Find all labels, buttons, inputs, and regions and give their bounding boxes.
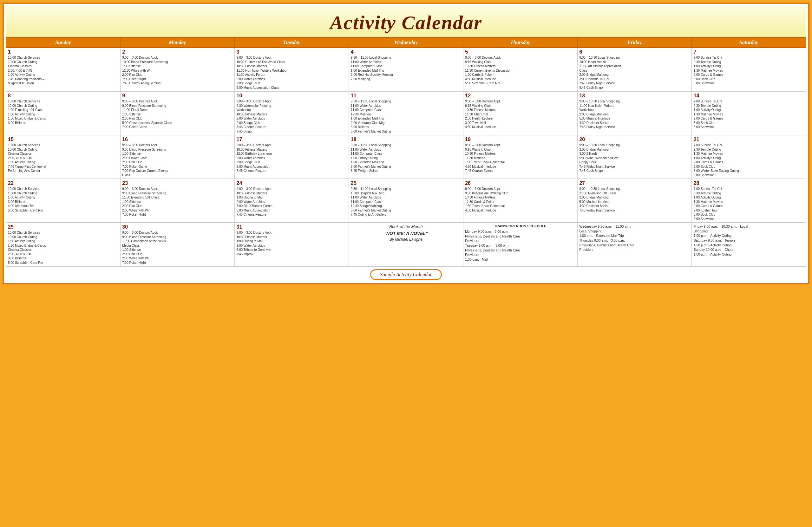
- calendar-cell: 29:00 – 3:00 Doctors Appt.10:00 Blood Pr…: [120, 47, 234, 91]
- event: 11:00 E-mailing 101 Class: [122, 195, 232, 200]
- event: 11:00 Water Aerobics: [351, 60, 461, 64]
- event: 2:00 Bridge/Mahjong: [579, 147, 690, 152]
- day-header-friday: Friday: [577, 38, 692, 47]
- event: 3:00 Book Club: [694, 213, 804, 217]
- event: 9:00 – 3:00 Doctors Appt.: [122, 99, 232, 104]
- event: 11:30 Chef Chat: [465, 112, 575, 117]
- event: 9:00 – 3:00 Doctors Appt.: [122, 187, 232, 191]
- event: 9:00 Blood Pressure Screening: [122, 191, 232, 196]
- event: 4:30 Musical Interlude: [465, 77, 575, 82]
- transport-line: Friday 9:00 a.m. – 10:30 a.m. - Local: [694, 224, 804, 229]
- calendar-cell: 110:00 Church Services10:00 Church Outin…: [6, 47, 120, 91]
- transport-line: Local Shopping: [579, 229, 690, 234]
- event: 2:00 Pan Club: [122, 116, 232, 121]
- day-number: 6: [579, 49, 690, 55]
- event: 11:00 Computer Class: [351, 64, 461, 69]
- event: 9:30 – 11:00 Local Shopping: [351, 143, 461, 147]
- day-number: 8: [8, 93, 118, 99]
- event: 1:00 E-mailing 101 Class: [8, 108, 118, 112]
- transport-line: Wednesday 9:30 a.m. – 11:00 a.m. -: [579, 224, 690, 229]
- day-number: 5: [465, 49, 575, 55]
- calendar-cell: 99:00 – 3:00 Doctors Appt.9:00 Blood Pre…: [120, 91, 234, 135]
- event: Performing Arts Center: [8, 169, 118, 173]
- calendar-cell: Wednesday 9:30 a.m. – 11:00 a.m. -Local …: [577, 223, 692, 266]
- event: 2:00 Bridge Club: [237, 81, 347, 86]
- event: 9:00 Blood Pressure Screening: [122, 235, 232, 239]
- day-header-monday: Monday: [120, 38, 234, 47]
- event: 9:00 – 3:00 Doctors Appt.: [465, 187, 575, 191]
- event: 2:00 Veteran's Club Mtg.: [351, 121, 461, 125]
- day-number: 20: [579, 137, 690, 142]
- event: 5:00 Musical Interlude: [579, 116, 690, 121]
- event: 10:00 Church Services: [8, 56, 118, 60]
- day-number: 12: [465, 93, 575, 99]
- event: 5:00 Music Appreciation Class: [237, 86, 347, 90]
- event: 11:00 Water Aerobics: [351, 147, 461, 152]
- event: 10:00 Church Outing: [8, 147, 118, 152]
- event: 1:00 Extended Mall Trip: [351, 116, 461, 121]
- event: 8:00 Showtime!: [694, 81, 804, 86]
- day-number: 1: [8, 49, 118, 55]
- event: 3:00 Billiards: [579, 151, 690, 156]
- calendar-container: Activity Calendar SundayMondayTuesdayWed…: [2, 2, 810, 284]
- event: 7:45 Cinema Feature: [237, 125, 347, 129]
- calendar-body: 110:00 Church Services10:00 Church Outin…: [6, 47, 806, 266]
- transport-line: 1:00 p.m. - Activity Outing: [694, 233, 804, 238]
- event: 2:00 Bridge/Mahjong: [579, 195, 690, 200]
- event: 5:00 Farmer's Market Outing: [351, 164, 461, 169]
- day-number: 26: [465, 180, 575, 186]
- event: 2:00 Bridge Club: [237, 160, 347, 164]
- event: 7:00 Sunrise Tai Chi: [694, 143, 804, 147]
- event: 10:00 Hospital Aux. Mtg.: [351, 191, 461, 196]
- transport-line: Physicians, Dentists and Health Care: [465, 234, 575, 239]
- day-number: 28: [694, 180, 804, 186]
- event: 2:00 Water Aerobics: [237, 156, 347, 160]
- event: 7:45 Bingo: [237, 129, 347, 134]
- event: 9:00 Blood Pressure Screening: [122, 147, 232, 152]
- event: 1:30 Matinee Movies: [694, 112, 804, 117]
- transport-line: Saturday 9:30 a.m. - Temple: [694, 238, 804, 243]
- event: 5:00 Music Appreciation: [237, 208, 347, 213]
- day-number: 3: [237, 49, 347, 55]
- event: 7:00 Sunrise Tai Chi: [694, 99, 804, 104]
- day-number: 25: [351, 180, 461, 186]
- calendar-cell: 129:00 – 3:00 Doctors Appt.9:15 Walking …: [463, 91, 577, 135]
- event: 9:00 – 3:00 Doctors Appt.: [122, 56, 232, 60]
- event: 4:30 Resident Social: [579, 121, 690, 125]
- event: 3:00 Billiards: [8, 200, 118, 204]
- event: 9:15 Walking Club: [465, 147, 575, 152]
- event: 1:00 Extended Mall Trip: [351, 69, 461, 73]
- event: 11:00 Water Aerobics: [351, 104, 461, 108]
- day-number: 10: [237, 93, 347, 99]
- day-header-row: SundayMondayTuesdayWednesdayThursdayFrid…: [6, 38, 806, 47]
- event: 9:00 – 3:00 Doctors Appt.: [465, 99, 575, 104]
- event: 10:00 Church Services: [8, 99, 118, 104]
- event: 9:00 Blood Pressure Screening: [122, 104, 232, 108]
- event: 9:30 IntegraCare Walking Club: [465, 191, 575, 196]
- event: 1:00 Cards & Poker: [465, 73, 575, 77]
- event: 12:30 Matinee: [351, 112, 461, 117]
- event: 2:00 Pan Club: [122, 204, 232, 208]
- event: 9:00 – 10:30 Local Shopping: [579, 56, 690, 60]
- calendar-cell: 39:00 – 3:00 Doctors Appt.10:00 Cultures…: [235, 47, 349, 91]
- event: 9:00 – 3:00 Doctors Appt.: [465, 143, 575, 147]
- event: 12:00 Birthday Luncheon: [237, 151, 347, 156]
- event: 11:30 Activity Forum: [237, 73, 347, 77]
- event: 9:00 – 3:00 Doctors Appt.: [237, 187, 347, 191]
- event: 7:45 Outing to Art Gallery: [351, 213, 461, 217]
- event: 9:30 – 11:00 Local Shopping: [351, 56, 461, 60]
- transport-line: Providers: [465, 238, 575, 243]
- week-row-2: 810:00 Church Services10:00 Church Outin…: [6, 91, 806, 135]
- event: 5:00 Wine, Wisdom and Wit: [579, 156, 690, 160]
- calendar-title: Activity Calendar: [6, 11, 806, 34]
- event: 3:00 Billiards: [8, 121, 118, 125]
- event: 11:00 Comparison of the News: [122, 239, 232, 244]
- calendar-cell: 239:00 – 3:00 Doctors Appt.9:00 Blood Pr…: [120, 179, 234, 223]
- calendar-cell: 1510:00 Church Services10:00 Church Outi…: [6, 135, 120, 179]
- event: 2:00 Pan Club: [122, 160, 232, 164]
- event: 9:00 – 10:30 Local Shopping: [579, 187, 690, 191]
- event: Cinema Classics: [8, 64, 118, 69]
- event: 7:00 Sunrise Tai Chi: [694, 187, 804, 191]
- event: 9:00 – 3:00 Doctors Appt.: [237, 231, 347, 235]
- event: 3:00 Billiards: [8, 256, 118, 261]
